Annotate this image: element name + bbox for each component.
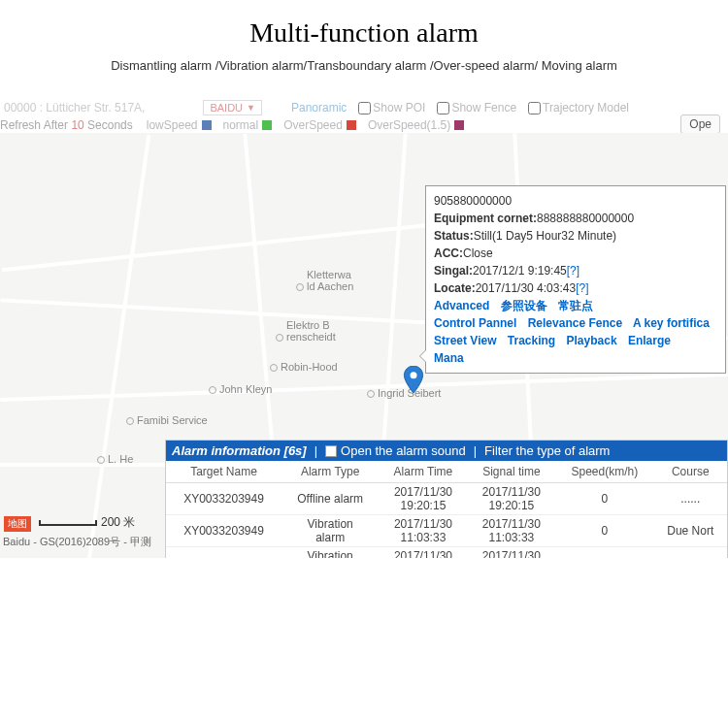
resident-link[interactable]: 常驻点	[558, 299, 593, 312]
key-fortify-link[interactable]: A key fortifica	[633, 316, 710, 330]
filter-alarm-link[interactable]: Filter the type of alarm	[484, 443, 610, 458]
page-title: Multi-function alarm	[0, 17, 728, 49]
open-sound-toggle[interactable]: Open the alarm sound	[325, 443, 466, 458]
col-type: Alarm Type	[281, 461, 379, 483]
overspeed15-swatch	[454, 120, 464, 130]
map-type-badge[interactable]: 地图	[4, 516, 31, 532]
locate-help-link[interactable]: [?]	[576, 281, 588, 295]
refresh-text: Refresh After 10 Seconds	[0, 118, 133, 132]
playback-link[interactable]: Playback	[567, 334, 617, 347]
col-target: Target Name	[166, 461, 281, 483]
enlarge-link[interactable]: Enlarge	[628, 334, 671, 347]
alarm-table: Target Name Alarm Type Alarm Time Signal…	[166, 461, 727, 558]
trajectory-checkbox[interactable]: Trajectory Model	[528, 101, 629, 115]
place-kletterwald: Kletterwa ld Aachen	[296, 269, 353, 292]
ref-device-link[interactable]: 参照设备	[501, 299, 547, 312]
address-text: 00000 : Lütticher Str. 517A,	[0, 101, 145, 115]
device-popup: 905880000000 Equipment cornet:8888888800…	[425, 185, 726, 374]
show-poi-checkbox[interactable]: Show POI	[358, 101, 425, 115]
street-view-link[interactable]: Street View	[434, 334, 496, 347]
alarm-title: Alarm information [6s]	[172, 443, 307, 458]
alarm-panel: Alarm information [6s] | Open the alarm …	[165, 440, 728, 558]
place-john: John Kleyn	[209, 383, 272, 395]
second-bar: Refresh After 10 Seconds lowSpeed normal…	[0, 117, 728, 133]
panoramic-link[interactable]: Panoramic	[291, 101, 347, 115]
control-panel-link[interactable]: Control Pannel	[434, 316, 516, 330]
relevance-fence-link[interactable]: Relevance Fence	[528, 316, 622, 330]
checkbox-icon	[325, 445, 337, 457]
col-time: Alarm Time	[379, 461, 467, 483]
map-scale: 200 米	[39, 514, 135, 531]
advanced-link[interactable]: Advanced	[434, 299, 489, 312]
tracking-link[interactable]: Tracking	[508, 334, 555, 347]
table-row[interactable]: XY0033203949Vibration alarm2017/11/30 11…	[166, 515, 727, 547]
normal-swatch	[262, 120, 272, 130]
device-id: 905880000000	[434, 192, 717, 210]
open-button[interactable]: Ope	[680, 115, 720, 134]
lowspeed-swatch	[202, 120, 212, 130]
col-signal: Signal time	[468, 461, 556, 483]
place-elektro: Elektro B renscheidt	[276, 319, 336, 343]
svg-point-0	[411, 372, 417, 378]
signal-help-link[interactable]: [?]	[567, 264, 579, 278]
place-lhe: L. He	[97, 453, 133, 465]
place-famibi: Famibi Service	[126, 414, 208, 426]
map-provider-select[interactable]: BAIDU▼	[203, 100, 262, 115]
table-row[interactable]: XY0033203949Offline alarm2017/11/30 19:2…	[166, 483, 727, 515]
table-row[interactable]: XY0033203949Vibration alarm2017/11/30 10…	[166, 547, 727, 559]
place-robin: Robin-Hood	[270, 361, 338, 373]
col-course: Course	[654, 461, 727, 483]
col-speed: Speed(km/h)	[555, 461, 653, 483]
alarm-header: Alarm information [6s] | Open the alarm …	[166, 441, 727, 461]
page-subtitle: Dismantling alarm /Vibration alarm/Trans…	[0, 58, 728, 73]
map-pin-icon[interactable]	[403, 366, 424, 397]
top-bar: 00000 : Lütticher Str. 517A, BAIDU▼ Pano…	[0, 98, 728, 117]
speed-legend: lowSpeed normal OverSpeed OverSpeed(1.5)	[147, 118, 475, 132]
manage-link[interactable]: Mana	[434, 351, 464, 365]
overspeed-swatch	[347, 120, 356, 130]
chevron-down-icon: ▼	[247, 103, 255, 113]
show-fence-checkbox[interactable]: Show Fence	[437, 101, 516, 115]
map-canvas[interactable]: Kletterwa ld Aachen Elektro B renscheidt…	[0, 133, 728, 558]
map-copyright: Baidu - GS(2016)2089号 - 甲测	[3, 535, 151, 549]
